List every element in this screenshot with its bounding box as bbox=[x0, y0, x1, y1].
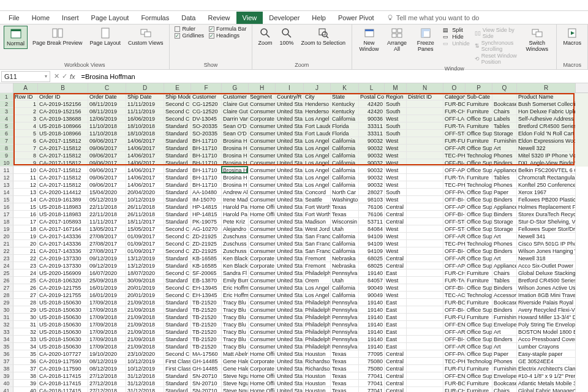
cell[interactable]: OFF-AR-1 bbox=[443, 343, 466, 350]
cell[interactable]: Stur-D-Stor Shelving, Vertical 5-Shelf: … bbox=[517, 218, 576, 225]
cell[interactable] bbox=[407, 211, 443, 218]
cell[interactable]: EH-13945 bbox=[191, 292, 222, 299]
cell[interactable]: California bbox=[331, 145, 359, 152]
cell[interactable]: CA-2020-107727 bbox=[38, 350, 88, 358]
cell[interactable]: Houston bbox=[304, 387, 331, 392]
col-header-F[interactable]: F bbox=[191, 83, 222, 92]
cell[interactable]: 17/09/2018 bbox=[88, 336, 126, 343]
row-header[interactable]: 21 bbox=[0, 240, 13, 247]
cell[interactable]: Claire Gut bbox=[222, 108, 249, 115]
cell[interactable]: US-2018-118983 bbox=[38, 203, 88, 211]
cell[interactable]: GH-14485 bbox=[191, 358, 222, 365]
cell[interactable]: United Sta bbox=[276, 189, 304, 196]
cell[interactable]: Phones bbox=[492, 152, 517, 159]
cell[interactable]: 09/06/2017 bbox=[88, 159, 126, 167]
cell[interactable]: Tracy Blu bbox=[222, 343, 249, 350]
cell[interactable]: OFF-AR-1 bbox=[443, 255, 466, 262]
header-row[interactable]: 1Row IDOrder IDOrder DateShip DateShip M… bbox=[0, 93, 588, 100]
cell[interactable]: Zuschuss bbox=[222, 247, 249, 255]
cell[interactable]: Sub-Cate bbox=[466, 93, 492, 100]
cell[interactable]: Newell 322 bbox=[517, 145, 576, 152]
cell[interactable]: Corporate bbox=[249, 365, 276, 372]
col-header-N[interactable]: N bbox=[407, 83, 443, 92]
cell[interactable]: United Sta bbox=[276, 372, 304, 380]
cell[interactable]: Matt Abeln bbox=[222, 350, 249, 358]
table-row[interactable]: 2120CA-2017-14333627/08/201701/09/2017Se… bbox=[0, 240, 588, 247]
cell[interactable]: US-2020-156909 bbox=[38, 270, 88, 277]
cell[interactable]: Riverside Palais Royal Lawyers Bookcase,… bbox=[517, 299, 576, 306]
cell[interactable]: Richardso bbox=[304, 365, 331, 372]
cell[interactable]: 01/09/2017 bbox=[126, 233, 164, 240]
cell[interactable]: Atlantic Metals Mobile 3-Shelf Bookcases… bbox=[517, 380, 576, 387]
cell[interactable]: Art bbox=[492, 343, 517, 350]
row-header[interactable]: 37 bbox=[0, 358, 13, 365]
formula-input[interactable]: =Brosina Hoffman bbox=[78, 73, 135, 80]
cell[interactable]: 09/12/2019 bbox=[88, 255, 126, 262]
cell[interactable]: United Sta bbox=[276, 336, 304, 343]
col-header-B[interactable]: B bbox=[38, 83, 88, 92]
row-header[interactable]: 14 bbox=[0, 189, 13, 196]
cell[interactable]: 94109 bbox=[359, 233, 385, 240]
cell[interactable]: United Sta bbox=[276, 321, 304, 328]
cell[interactable]: Second C bbox=[164, 108, 191, 115]
page-layout-button[interactable]: Page Layout bbox=[88, 26, 124, 48]
cell[interactable]: Phones bbox=[492, 240, 517, 247]
row-header[interactable]: 31 bbox=[0, 314, 13, 321]
cell[interactable]: West bbox=[385, 247, 407, 255]
cell[interactable]: #10-4 1/8" x 9 1/2" Premium Diagonal Sea… bbox=[517, 372, 576, 380]
col-header-J[interactable]: J bbox=[304, 83, 331, 92]
side-by-side-button[interactable]: ▯▯View Side by Side bbox=[473, 27, 519, 39]
cell[interactable]: 35 bbox=[13, 350, 38, 358]
cell[interactable]: HP-14815 bbox=[191, 203, 222, 211]
row-header[interactable]: 10 bbox=[0, 159, 13, 167]
table-row[interactable]: 32CA-2019-15215608/11/201911/11/2019Seco… bbox=[0, 108, 588, 115]
cell[interactable]: 19/10/2020 bbox=[88, 350, 126, 358]
cell[interactable]: US-2018-150630 bbox=[38, 321, 88, 328]
cell[interactable]: FUR-BO-1 bbox=[443, 299, 466, 306]
cell[interactable]: 31/12/2018 bbox=[126, 387, 164, 392]
cell[interactable]: Home Offi bbox=[249, 211, 276, 218]
cell[interactable]: Los Angel bbox=[304, 284, 331, 292]
cell[interactable]: Corporate bbox=[249, 358, 276, 365]
cell[interactable]: FUR-FU-1 bbox=[443, 137, 466, 145]
cell[interactable]: AG-10270 bbox=[191, 225, 222, 233]
cell[interactable]: Zuschuss bbox=[222, 233, 249, 240]
cell[interactable]: Steve Ngu bbox=[222, 387, 249, 392]
cell[interactable]: 39 bbox=[13, 380, 38, 387]
cell[interactable]: United Sta bbox=[276, 167, 304, 174]
col-header-R[interactable]: R bbox=[517, 83, 576, 92]
cell[interactable]: 13 bbox=[13, 189, 38, 196]
cell[interactable]: Fort Laude bbox=[304, 130, 331, 137]
cell[interactable]: 42420 bbox=[359, 100, 385, 108]
cell[interactable]: United Sta bbox=[276, 203, 304, 211]
cell[interactable]: 10 bbox=[13, 167, 38, 174]
cell[interactable]: 14/06/2017 bbox=[126, 159, 164, 167]
cell[interactable]: Home Offi bbox=[249, 350, 276, 358]
cell[interactable]: 11 bbox=[13, 174, 38, 181]
cell[interactable]: California bbox=[331, 159, 359, 167]
cell[interactable]: Standard bbox=[164, 380, 191, 387]
cell[interactable]: Art bbox=[492, 255, 517, 262]
menu-page-layout[interactable]: Page Layout bbox=[85, 12, 135, 24]
cell[interactable]: Chairs bbox=[492, 270, 517, 277]
cell[interactable]: OFF-BI-10 bbox=[443, 247, 466, 255]
cell[interactable]: Chairs bbox=[492, 108, 517, 115]
cell[interactable]: Eric Hoffm bbox=[222, 284, 249, 292]
cell[interactable]: Order ID bbox=[38, 93, 88, 100]
cell[interactable]: Consumer bbox=[249, 277, 276, 284]
fx-icon[interactable]: fx bbox=[70, 73, 75, 80]
cell[interactable]: 18/10/2018 bbox=[126, 123, 164, 130]
cell[interactable]: 29 bbox=[13, 306, 38, 314]
row-header[interactable]: 28 bbox=[0, 292, 13, 299]
cell[interactable]: OFF-BI-10 bbox=[443, 284, 466, 292]
cell[interactable]: Office Sup bbox=[466, 372, 492, 380]
cell[interactable]: Consumer bbox=[249, 247, 276, 255]
cell[interactable]: Standard bbox=[164, 218, 191, 225]
cell[interactable]: TB-21520 bbox=[191, 328, 222, 336]
cell[interactable]: Standard bbox=[164, 145, 191, 152]
cell[interactable]: Second C bbox=[164, 292, 191, 299]
cell[interactable]: Central bbox=[385, 372, 407, 380]
cell[interactable]: Central bbox=[385, 211, 407, 218]
cell[interactable]: GH-14485 bbox=[191, 365, 222, 372]
cell[interactable]: Ken Black bbox=[222, 255, 249, 262]
